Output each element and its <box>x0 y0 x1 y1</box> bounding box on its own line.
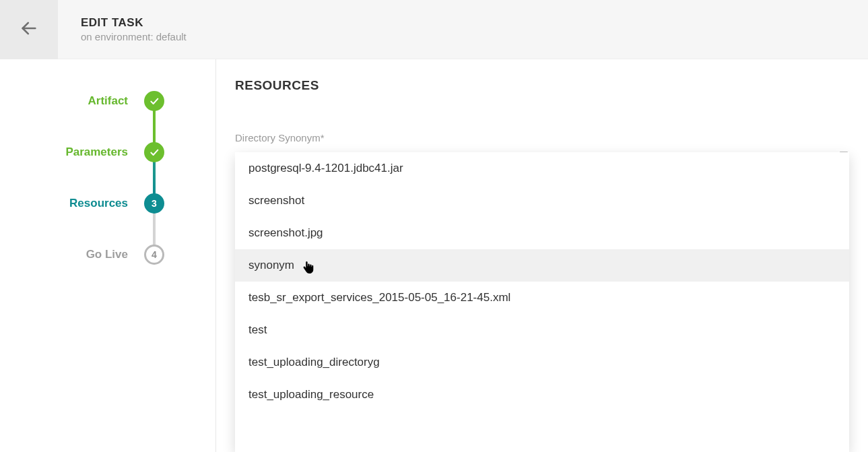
dropdown-option[interactable]: screenshot.jpg <box>235 217 849 249</box>
step-number-badge: 4 <box>144 245 164 265</box>
arrow-left-icon <box>20 19 38 40</box>
dropdown-option[interactable]: tesb_sr_export_services_2015-05-05_16-21… <box>235 282 849 314</box>
wizard-step-artifact[interactable]: Artifact <box>0 75 215 127</box>
dropdown-scroll[interactable]: postgresql-9.4-1201.jdbc41.jarscreenshot… <box>235 152 849 452</box>
wizard-step-parameters[interactable]: Parameters <box>0 127 215 178</box>
step-connector-line <box>153 95 156 249</box>
directory-synonym-dropdown: postgresql-9.4-1201.jdbc41.jarscreenshot… <box>235 152 849 452</box>
section-title: RESOURCES <box>235 78 849 93</box>
step-label: Artifact <box>0 94 144 108</box>
dropdown-option[interactable]: postgresql-9.4-1201.jdbc41.jar <box>235 152 849 185</box>
check-icon <box>144 142 164 162</box>
field-label-directory-synonym: Directory Synonym* <box>235 132 849 143</box>
main-area: ArtifactParametersResources3Go Live4 RES… <box>0 59 868 452</box>
content-panel: RESOURCES Directory Synonym* postgresql-… <box>216 59 868 452</box>
step-label: Go Live <box>0 248 144 261</box>
step-number-badge: 3 <box>144 193 164 214</box>
dropdown-option[interactable]: screenshot <box>235 185 849 217</box>
wizard-step-go-live[interactable]: Go Live4 <box>0 229 215 280</box>
dropdown-option[interactable]: test_uploading_directoryg <box>235 346 849 379</box>
wizard-step-resources[interactable]: Resources3 <box>0 178 215 229</box>
dropdown-option[interactable]: test_uploading_resource <box>235 379 849 411</box>
dropdown-option[interactable]: synonym <box>235 249 849 282</box>
header-title-block: EDIT TASK on environment: default <box>58 16 187 42</box>
wizard-sidebar: ArtifactParametersResources3Go Live4 <box>0 59 216 452</box>
page-subtitle: on environment: default <box>81 31 187 42</box>
step-label: Parameters <box>0 146 144 159</box>
dropdown-option[interactable]: test <box>235 314 849 346</box>
check-icon <box>144 91 164 111</box>
top-header: EDIT TASK on environment: default <box>0 0 868 59</box>
step-label: Resources <box>0 197 144 210</box>
back-button[interactable] <box>0 0 58 59</box>
page-title: EDIT TASK <box>81 16 187 30</box>
